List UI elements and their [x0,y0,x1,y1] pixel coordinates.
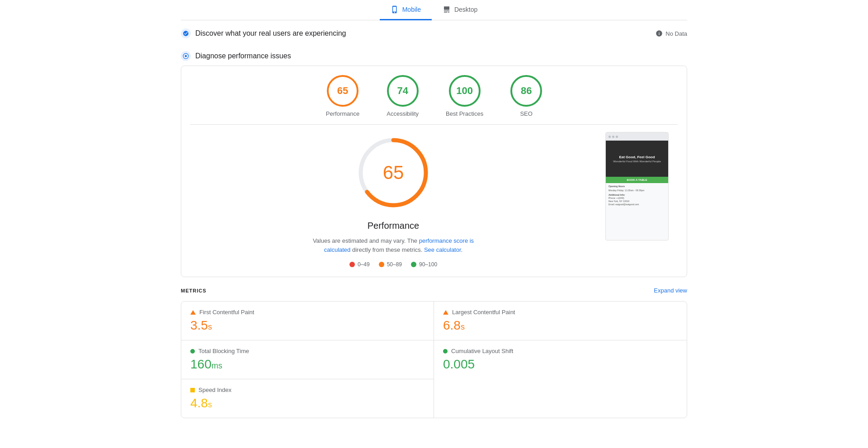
metric-si-header: Speed Index [190,387,425,393]
scores-card: 65 Performance 74 Accessibility 100 Best… [181,66,687,277]
metric-tbt-name: Total Blocking Time [198,348,249,354]
metric-si: Speed Index 4.8s [181,379,434,418]
legend-average: 50–89 [379,261,402,268]
gauge-score-number: 65 [383,162,404,184]
metric-fcp: First Contentful Paint 3.5s [181,302,434,340]
discover-section-header: Discover what your real users are experi… [181,20,687,43]
metric-lcp-unit: s [461,322,465,331]
score-best-practices[interactable]: 100 Best Practices [446,75,483,117]
score-circle-performance: 65 [327,75,359,107]
metric-si-name: Speed Index [198,387,231,393]
score-label-best-practices: Best Practices [446,110,483,117]
tab-mobile[interactable]: Mobile [380,0,432,20]
legend-pass: 90–100 [411,261,437,268]
metric-cls-name: Cumulative Layout Shift [451,348,513,354]
metric-cls-header: Cumulative Layout Shift [443,348,678,354]
tab-desktop-label: Desktop [454,6,477,13]
preview-info-section: Opening Hours Monday-Friday: 11:00am - 0… [606,183,668,208]
svg-point-1 [185,55,187,57]
metric-fcp-value: 3.5s [190,318,425,333]
no-data-indicator: No Data [656,30,687,37]
legend-fail: 0–49 [349,261,370,268]
score-label-performance: Performance [326,110,359,117]
metric-lcp-value: 6.8s [443,318,678,333]
diagnose-title: Diagnose performance issues [195,52,291,60]
tab-mobile-label: Mobile [402,6,421,13]
metric-fcp-name: First Contentful Paint [199,309,254,316]
info-icon [656,30,663,37]
metric-tbt-header: Total Blocking Time [190,348,425,354]
performance-gauge-section: 65 Performance Values are estimated and … [190,132,596,268]
browser-dot-1 [609,136,611,138]
metrics-grid: First Contentful Paint 3.5s Largest Cont… [181,301,687,418]
legend-dot-pass [411,262,416,267]
metric-lcp: Largest Contentful Paint 6.8s [434,302,687,340]
website-preview-section: Eat Good, Feel Good Wonderful Food With … [605,132,678,268]
preview-site-subtitle: Wonderful Food With Wonderful People [613,160,661,163]
metric-si-value: 4.8s [190,396,425,410]
browser-dot-2 [612,136,614,138]
metric-cls-value: 0.005 [443,357,678,372]
score-accessibility[interactable]: 74 Accessibility [387,75,419,117]
metrics-header: METRICS Expand view [181,287,687,294]
metric-tbt-unit: ms [212,361,222,370]
metric-si-unit: s [208,400,212,409]
score-circle-seo: 86 [510,75,542,107]
website-preview-image: Eat Good, Feel Good Wonderful Food With … [605,132,669,241]
tabs-navigation: Mobile Desktop [181,0,687,20]
desktop-icon [443,5,451,14]
metric-tbt: Total Blocking Time 160ms [181,340,434,379]
metric-fcp-unit: s [208,322,212,331]
metric-cls-indicator [443,349,448,354]
performance-description: Values are estimated and may vary. The p… [307,236,479,254]
performance-gauge: 65 [353,132,434,213]
no-data-label: No Data [665,30,687,37]
score-seo[interactable]: 86 SEO [510,75,542,117]
metric-lcp-name: Largest Contentful Paint [452,309,515,316]
metric-fcp-header: First Contentful Paint [190,309,425,316]
preview-hero-section: Eat Good, Feel Good Wonderful Food With … [606,141,668,177]
metric-cls: Cumulative Layout Shift 0.005 [434,340,687,379]
metric-lcp-header: Largest Contentful Paint [443,309,678,316]
scores-row: 65 Performance 74 Accessibility 100 Best… [190,75,678,117]
preview-site-title: Eat Good, Feel Good [619,155,655,159]
metric-fcp-indicator [190,310,196,315]
metric-tbt-indicator [190,349,195,354]
score-circle-best-practices: 100 [449,75,481,107]
legend-dot-average [379,262,384,267]
score-label-seo: SEO [520,110,532,117]
diagnose-icon [181,51,191,61]
performance-detail-section: 65 Performance Values are estimated and … [190,132,678,268]
metric-lcp-indicator [443,310,448,315]
diagnose-section-header: Diagnose performance issues [181,43,687,66]
discover-title: Discover what your real users are experi… [195,29,346,38]
preview-book-section: BOOK A TABLE [606,177,668,183]
metrics-section: METRICS Expand view First Contentful Pai… [181,278,687,427]
see-calculator-link[interactable]: See calculator [424,246,461,253]
legend-dot-fail [349,262,355,267]
score-performance[interactable]: 65 Performance [326,75,359,117]
browser-dot-3 [616,136,618,138]
score-legend: 0–49 50–89 90–100 [349,261,437,268]
performance-detail-title: Performance [368,221,420,231]
discover-icon [181,28,191,38]
preview-browser-bar [606,132,668,141]
score-circle-accessibility: 74 [387,75,419,107]
score-label-accessibility: Accessibility [387,110,419,117]
tab-desktop[interactable]: Desktop [432,0,488,20]
metric-tbt-value: 160ms [190,357,425,372]
expand-view-link[interactable]: Expand view [654,287,687,294]
scores-divider [190,124,678,125]
mobile-icon [391,5,399,14]
metrics-section-title: METRICS [181,288,207,293]
metric-si-indicator [190,388,195,392]
